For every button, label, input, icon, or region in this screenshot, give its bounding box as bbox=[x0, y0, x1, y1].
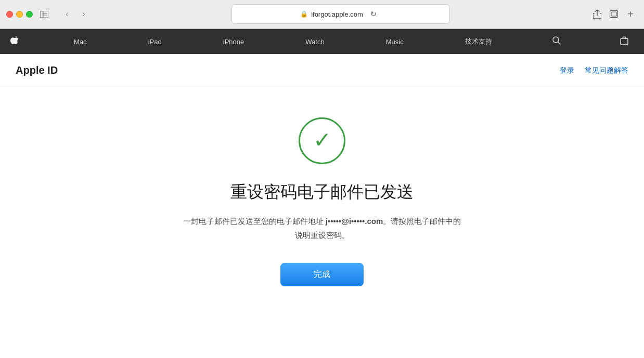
login-link[interactable]: 登录 bbox=[560, 66, 574, 75]
apple-logo[interactable] bbox=[10, 36, 19, 48]
svg-rect-1 bbox=[40, 11, 48, 18]
nav-item-support[interactable]: 技术支持 bbox=[459, 37, 498, 46]
tab-overview-button[interactable] bbox=[607, 7, 621, 21]
url-text: iforgot.apple.com bbox=[311, 10, 363, 18]
done-button[interactable]: 完成 bbox=[280, 263, 364, 286]
success-title: 重设密码电子邮件已发送 bbox=[230, 181, 414, 204]
share-button[interactable] bbox=[590, 7, 604, 21]
nav-item-iphone[interactable]: iPhone bbox=[217, 38, 250, 46]
toolbar-right: + bbox=[590, 7, 638, 21]
titlebar: ‹ › 🔒 iforgot.apple.com ↻ bbox=[0, 0, 644, 29]
svg-line-7 bbox=[558, 42, 560, 45]
success-icon: ✓ bbox=[299, 117, 345, 164]
svg-rect-0 bbox=[40, 11, 43, 18]
maximize-button[interactable] bbox=[26, 11, 33, 18]
header-links: 登录 常见问题解答 bbox=[560, 66, 628, 85]
nav-item-mac[interactable]: Mac bbox=[68, 38, 93, 46]
apple-navbar: Mac iPad iPhone Watch Music 技术支持 bbox=[0, 29, 644, 54]
apple-id-header: Apple ID 登录 常见问题解答 bbox=[0, 54, 644, 86]
traffic-lights bbox=[6, 11, 33, 18]
email-address: j•••••@i•••••.com bbox=[326, 217, 383, 226]
search-icon[interactable] bbox=[547, 36, 566, 47]
browser-chrome: ‹ › 🔒 iforgot.apple.com ↻ bbox=[0, 0, 644, 29]
faq-link[interactable]: 常见问题解答 bbox=[585, 66, 628, 75]
nav-buttons: ‹ › bbox=[60, 7, 91, 21]
apple-id-title: Apple ID bbox=[16, 64, 58, 86]
nav-item-music[interactable]: Music bbox=[380, 38, 410, 46]
svg-rect-5 bbox=[611, 12, 616, 16]
address-bar[interactable]: 🔒 iforgot.apple.com ↻ bbox=[231, 4, 450, 24]
nav-item-watch[interactable]: Watch bbox=[299, 38, 330, 46]
forward-button[interactable]: › bbox=[76, 7, 91, 21]
address-bar-container: 🔒 iforgot.apple.com ↻ bbox=[95, 4, 586, 24]
lock-icon: 🔒 bbox=[300, 10, 308, 18]
minimize-button[interactable] bbox=[16, 11, 23, 18]
checkmark-icon: ✓ bbox=[313, 129, 331, 151]
main-content: ✓ 重设密码电子邮件已发送 一封电子邮件已发送至您的电子邮件地址 j•••••@… bbox=[0, 86, 644, 328]
success-description: 一封电子邮件已发送至您的电子邮件地址 j•••••@i•••••.com。请按照… bbox=[182, 214, 462, 242]
back-button[interactable]: ‹ bbox=[60, 7, 74, 21]
close-button[interactable] bbox=[6, 11, 13, 18]
new-tab-button[interactable]: + bbox=[623, 7, 638, 21]
page-wrapper: Apple ID 登录 常见问题解答 ✓ 重设密码电子邮件已发送 一封电子邮件已… bbox=[0, 54, 644, 358]
nav-items: Mac iPad iPhone Watch Music 技术支持 bbox=[10, 36, 634, 48]
nav-item-ipad[interactable]: iPad bbox=[142, 38, 168, 46]
sidebar-button[interactable] bbox=[37, 7, 51, 21]
reload-button[interactable]: ↻ bbox=[366, 7, 381, 21]
desc-text-1: 一封电子邮件已发送至您的电子邮件地址 bbox=[183, 217, 326, 226]
svg-rect-8 bbox=[621, 38, 628, 45]
bag-icon[interactable] bbox=[615, 36, 634, 47]
